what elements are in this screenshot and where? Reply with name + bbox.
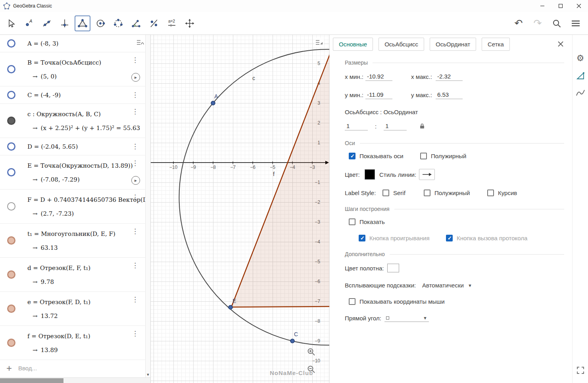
row-menu-icon[interactable]: ⋮	[132, 330, 138, 337]
y-min-input[interactable]	[365, 90, 392, 99]
maximize-button[interactable]	[551, 0, 570, 12]
label-serif-checkbox[interactable]	[382, 190, 389, 196]
definition[interactable]: f = Отрезок(D, E, t₁)	[27, 332, 90, 340]
show-construction-checkbox[interactable]	[349, 218, 355, 225]
x-max-input[interactable]	[436, 72, 463, 81]
y-tick-label: −10	[312, 358, 321, 364]
section-construction-heading: Шаги построения	[345, 206, 390, 212]
tool-point[interactable]: A	[21, 15, 37, 31]
row-menu-icon[interactable]: ⋮	[132, 160, 138, 167]
visibility-marble[interactable]	[7, 91, 15, 99]
definition[interactable]: t₁ = Многоугольник(D, E, F)	[27, 230, 115, 238]
tool-circle-three-points[interactable]	[110, 15, 126, 31]
algebra-horizontal-scrollbar[interactable]	[0, 377, 150, 383]
row-menu-icon[interactable]: ⋮	[132, 194, 138, 201]
row-menu-icon[interactable]: ⋮	[132, 57, 138, 63]
close-settings-icon[interactable]	[556, 40, 565, 48]
tool-polygon[interactable]	[75, 15, 90, 31]
tool-perpendicular-line[interactable]	[57, 15, 73, 31]
x-min-input[interactable]	[365, 72, 392, 81]
tab-y-axis[interactable]: ОсьОрдинат	[430, 38, 476, 51]
row-menu-icon[interactable]: ⋮	[132, 143, 138, 150]
visibility-marble[interactable]	[7, 39, 15, 48]
graphics-stylebar-icon[interactable]	[314, 38, 324, 47]
tool-line[interactable]	[39, 15, 55, 31]
visibility-marble[interactable]	[7, 304, 15, 313]
triangle-t1[interactable]	[231, 51, 329, 307]
tab-basic[interactable]: Основные	[333, 38, 373, 51]
visibility-marble[interactable]	[7, 202, 15, 211]
definition[interactable]: e = Отрезок(F, D, t₁)	[27, 298, 90, 306]
line-style-dropdown[interactable]	[419, 169, 435, 180]
tooltips-dropdown[interactable]: Автоматически ▼	[422, 282, 472, 289]
gear-icon[interactable]: ⚙	[575, 53, 586, 64]
fullscreen-icon[interactable]	[575, 365, 586, 376]
redo-icon[interactable]: ↷	[531, 17, 544, 30]
definition[interactable]: C = (-4, -9)	[27, 91, 61, 99]
play-icon[interactable]: ▸	[131, 176, 140, 185]
algebra-vertical-scrollbar[interactable]: ▼	[145, 35, 150, 377]
search-icon[interactable]	[550, 17, 563, 30]
scrollbar-thumb[interactable]	[0, 378, 63, 383]
minimize-button[interactable]	[533, 0, 551, 12]
definition[interactable]: D = (-2.04, 5.65)	[27, 143, 78, 151]
tool-move[interactable]	[3, 15, 19, 31]
visibility-marble[interactable]	[7, 270, 15, 279]
visibility-marble[interactable]	[7, 117, 15, 125]
visibility-marble[interactable]	[7, 339, 15, 347]
point-E[interactable]	[229, 305, 233, 309]
definition[interactable]: F = D + 0.740374144650736 Вектор(D	[27, 196, 148, 204]
graphics-tools-icon[interactable]	[575, 70, 586, 81]
tab-x-axis[interactable]: ОсьАбсцисс	[379, 38, 424, 51]
right-angle-dropdown[interactable]: ▼	[384, 314, 429, 322]
zoom-in-icon[interactable]	[306, 347, 316, 356]
canvas-color-swatch[interactable]	[387, 264, 399, 272]
undo-icon[interactable]: ↶	[512, 17, 525, 30]
mouse-coords-checkbox[interactable]	[349, 298, 355, 305]
definition[interactable]: c : Окружность(A, B, C)	[27, 110, 140, 118]
definition[interactable]: E = Точка(Окружность(D, 13.89))	[27, 162, 133, 170]
algebra-stylebar-icon[interactable]	[135, 38, 145, 47]
tool-slider[interactable]: a=2	[164, 15, 180, 31]
tool-move-graphics-view[interactable]	[182, 15, 198, 31]
lock-ratio-icon[interactable]	[419, 123, 426, 130]
play-icon[interactable]: ▸	[131, 73, 140, 82]
row-menu-icon[interactable]: ⋮	[132, 108, 138, 115]
graphics-view[interactable]: −10 −9 −8 −7 −6 −5 −4 −3 5 4 3 2 1 −1 −2	[151, 35, 329, 383]
value: (-7.08, -7.29)	[41, 176, 80, 183]
axes-color-swatch[interactable]	[365, 169, 375, 180]
scroll-down-icon[interactable]: ▼	[146, 373, 150, 377]
tool-angle[interactable]	[128, 15, 144, 31]
y-max-input[interactable]	[436, 90, 463, 99]
right-angle-label: Прямой угол:	[345, 315, 384, 322]
menu-icon[interactable]	[569, 17, 582, 30]
ratio-x-input[interactable]	[345, 122, 368, 130]
row-menu-icon[interactable]: ⋮	[132, 262, 138, 269]
definition[interactable]: d = Отрезок(E, F, t₁)	[27, 264, 90, 272]
show-axes-checkbox[interactable]	[349, 153, 355, 159]
label-italic-checkbox[interactable]	[487, 190, 494, 196]
point-C[interactable]	[290, 339, 294, 343]
close-window-button[interactable]	[570, 0, 588, 12]
definition[interactable]: A = (-8, 3)	[27, 40, 58, 48]
play-button-checkbox[interactable]	[359, 235, 365, 241]
visibility-marble[interactable]	[7, 168, 15, 176]
row-menu-icon[interactable]: ⋮	[132, 92, 138, 98]
axes-bold-checkbox[interactable]	[420, 153, 427, 159]
function-curve-icon[interactable]	[575, 88, 586, 99]
tool-circle-center-point[interactable]	[92, 15, 108, 31]
visibility-marble[interactable]	[7, 65, 15, 73]
label-bold-checkbox[interactable]	[424, 190, 430, 196]
visibility-marble[interactable]	[7, 142, 15, 151]
algebra-input[interactable]	[18, 365, 150, 372]
tab-grid[interactable]: Сетка	[482, 38, 510, 51]
ratio-y-input[interactable]	[384, 122, 407, 130]
protocol-button-checkbox[interactable]	[446, 235, 453, 241]
plus-icon[interactable]: +	[6, 364, 12, 373]
row-menu-icon[interactable]: ⋮	[132, 228, 138, 235]
point-A[interactable]	[211, 101, 215, 105]
visibility-marble[interactable]	[7, 236, 15, 245]
definition[interactable]: B = Точка(ОсьАбсцисс)	[27, 59, 101, 67]
tool-reflect-about-line[interactable]	[146, 15, 162, 31]
row-menu-icon[interactable]: ⋮	[132, 296, 138, 303]
